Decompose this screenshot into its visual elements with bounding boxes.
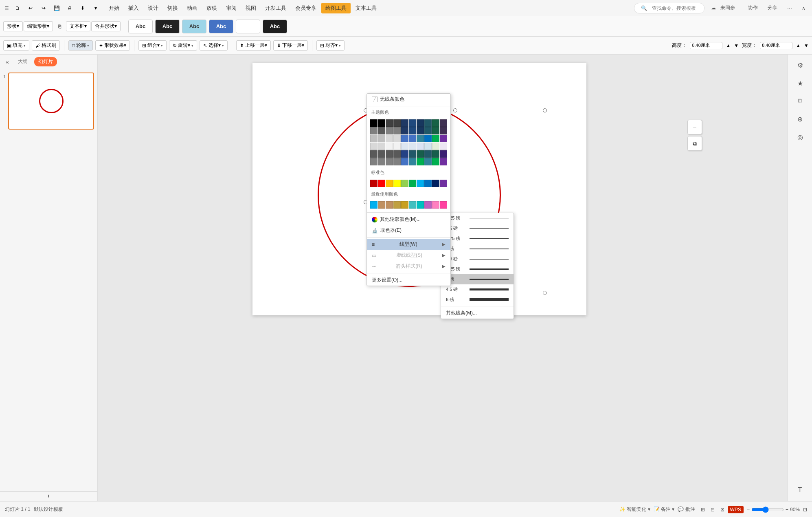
- comment-btn[interactable]: 💬 批注: [678, 506, 695, 513]
- line-item-5[interactable]: 2.25 磅: [441, 264, 514, 274]
- theme-color-15[interactable]: [409, 127, 416, 134]
- theme-color-22[interactable]: [386, 135, 393, 142]
- shape-effect-btn[interactable]: ✦ 形状效果▾: [95, 40, 130, 51]
- zoom-in-icon[interactable]: +: [786, 507, 788, 513]
- swatch-3[interactable]: Abc: [182, 20, 206, 33]
- theme-color-24[interactable]: [401, 135, 408, 142]
- standard-color-8[interactable]: [432, 180, 439, 187]
- theme-color-41[interactable]: [378, 150, 385, 158]
- more-outline-item[interactable]: 其他轮廓颜色(M)...: [367, 214, 450, 225]
- rotate-btn[interactable]: ↻ 旋转▾ ▾: [169, 40, 197, 51]
- theme-color-45[interactable]: [409, 150, 416, 158]
- shapes-btn[interactable]: 形状▾: [3, 21, 23, 31]
- recent-color-8[interactable]: [432, 201, 439, 209]
- theme-color-50[interactable]: [370, 158, 377, 165]
- height-up-btn[interactable]: ▲: [726, 43, 731, 48]
- theme-color-16[interactable]: [417, 127, 424, 134]
- recent-color-1[interactable]: [378, 201, 385, 209]
- theme-color-4[interactable]: [401, 119, 408, 127]
- view-btn-2[interactable]: ⊟: [708, 506, 717, 513]
- edit-shape-btn[interactable]: 编辑形状▾: [24, 21, 53, 31]
- theme-color-51[interactable]: [378, 158, 385, 165]
- text-tool-btn[interactable]: 文本工具: [351, 3, 381, 13]
- zoom-out-btn[interactable]: −: [687, 120, 702, 134]
- recent-color-4[interactable]: [401, 201, 408, 209]
- handle-br[interactable]: [543, 291, 547, 295]
- standard-color-2[interactable]: [386, 180, 393, 187]
- theme-color-49[interactable]: [440, 150, 447, 158]
- view-btn-1[interactable]: ⊞: [698, 506, 707, 513]
- theme-color-43[interactable]: [393, 150, 401, 158]
- more-lines-item[interactable]: 其他线条(M)...: [441, 308, 514, 319]
- theme-color-40[interactable]: [370, 150, 377, 158]
- more-settings-item[interactable]: 更多设置(O)...: [367, 275, 450, 286]
- theme-color-5[interactable]: [409, 119, 416, 127]
- height-input[interactable]: [690, 42, 722, 49]
- recent-color-3[interactable]: [393, 201, 401, 209]
- align-btn[interactable]: ⊟ 对齐▾ ▾: [316, 40, 345, 51]
- line-item-4[interactable]: 1.5 磅: [441, 254, 514, 264]
- tab-outline[interactable]: 大纲: [14, 57, 32, 66]
- line-type-item[interactable]: ≡ 线型(W) ▶: [367, 239, 450, 250]
- theme-color-21[interactable]: [378, 135, 385, 142]
- right-panel-icon-6[interactable]: T: [793, 483, 808, 497]
- collab-btn[interactable]: 协作: [745, 3, 761, 13]
- theme-color-56[interactable]: [417, 158, 424, 165]
- menu-design[interactable]: 设计: [144, 3, 162, 13]
- move-down-btn[interactable]: ⬇ 下移一层▾: [273, 40, 308, 51]
- theme-color-3[interactable]: [393, 119, 401, 127]
- standard-color-5[interactable]: [409, 180, 416, 187]
- theme-color-38[interactable]: [432, 143, 439, 150]
- fill-btn[interactable]: ▣ 填充 ▾: [3, 40, 29, 51]
- theme-color-34[interactable]: [401, 143, 408, 150]
- theme-color-10[interactable]: [370, 127, 377, 134]
- theme-color-0[interactable]: [370, 119, 377, 127]
- right-panel-icon-5[interactable]: ◎: [793, 130, 808, 144]
- search-input[interactable]: [652, 5, 701, 11]
- theme-color-19[interactable]: [440, 127, 447, 134]
- line-item-8[interactable]: 6 磅: [441, 295, 514, 305]
- canvas-area[interactable]: − ⧉ ╱ 无线条颜色 主题颜色 标准色: [98, 55, 788, 501]
- width-input[interactable]: [760, 42, 792, 49]
- theme-color-36[interactable]: [417, 143, 424, 150]
- share-btn[interactable]: 分享: [764, 3, 781, 13]
- arrow-style-item[interactable]: ⊸ 箭头样式(R) ▶: [367, 261, 450, 272]
- search-box[interactable]: 🔍: [634, 3, 704, 13]
- right-panel-icon-4[interactable]: ⊕: [793, 112, 808, 126]
- theme-color-37[interactable]: [424, 143, 432, 150]
- sync-btn[interactable]: ☁ 未同步: [708, 3, 742, 13]
- theme-color-44[interactable]: [401, 150, 408, 158]
- line-item-2[interactable]: 0.75 磅: [441, 233, 514, 244]
- height-down-btn[interactable]: ▼: [734, 43, 739, 48]
- theme-color-54[interactable]: [401, 158, 408, 165]
- format-brush-btn[interactable]: 🖌 格式刷: [32, 40, 60, 51]
- line-item-1[interactable]: 0.5 磅: [441, 223, 514, 233]
- no-outline-item[interactable]: ╱ 无线条颜色: [367, 94, 450, 105]
- theme-color-35[interactable]: [409, 143, 416, 150]
- move-up-btn[interactable]: ⬆ 上移一层▾: [236, 40, 271, 51]
- theme-color-26[interactable]: [417, 135, 424, 142]
- line-item-7[interactable]: 4.5 磅: [441, 284, 514, 295]
- standard-color-0[interactable]: [370, 180, 377, 187]
- theme-color-46[interactable]: [417, 150, 424, 158]
- line-item-3[interactable]: 1 磅: [441, 244, 514, 254]
- file-icon[interactable]: 🗋: [12, 2, 23, 14]
- group-btn[interactable]: ⊞ 组合▾ ▾: [138, 40, 167, 51]
- menu-insert[interactable]: 插入: [124, 3, 143, 13]
- recent-color-6[interactable]: [417, 201, 424, 209]
- collapse-btn[interactable]: ∧: [799, 4, 809, 12]
- menu-start[interactable]: 开始: [105, 3, 123, 13]
- add-slide-btn[interactable]: +: [0, 491, 97, 501]
- recent-color-2[interactable]: [386, 201, 393, 209]
- theme-color-57[interactable]: [424, 158, 432, 165]
- theme-color-11[interactable]: [378, 127, 385, 134]
- swatch-4[interactable]: Abc: [209, 20, 233, 33]
- text-box-btn[interactable]: 文本框▾: [66, 21, 90, 31]
- theme-color-42[interactable]: [386, 150, 393, 158]
- layers-btn[interactable]: ⧉: [687, 136, 702, 151]
- width-up-btn[interactable]: ▲: [796, 43, 801, 48]
- theme-color-12[interactable]: [386, 127, 393, 134]
- extra-btn[interactable]: ▾: [90, 2, 101, 14]
- theme-color-31[interactable]: [378, 143, 385, 150]
- recent-color-0[interactable]: [370, 201, 377, 209]
